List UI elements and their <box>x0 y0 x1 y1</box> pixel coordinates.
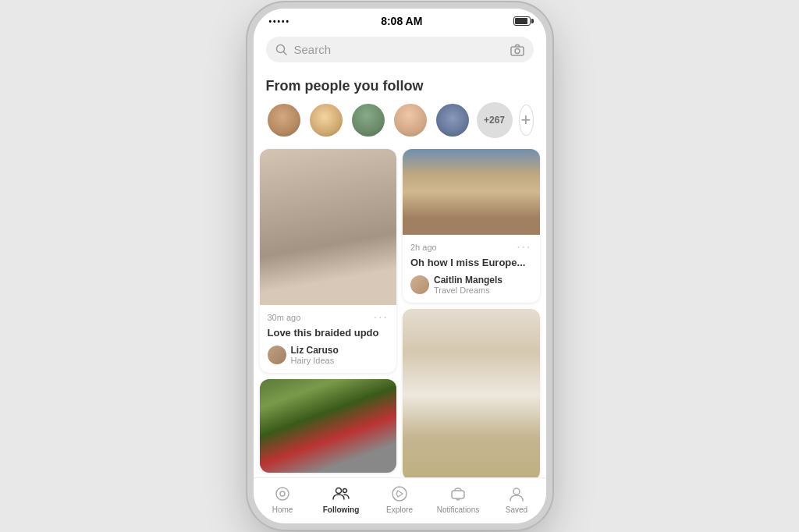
section-title: From people you follow <box>254 69 546 102</box>
author-info-caitlin: Caitlin Mangels Travel Dreams <box>434 275 502 295</box>
svg-point-7 <box>343 489 347 493</box>
author-avatar-liz <box>268 346 286 364</box>
svg-rect-10 <box>452 491 464 498</box>
pin-card-hair[interactable]: 30m ago ··· Love this braided updo Liz C… <box>260 149 397 373</box>
svg-line-1 <box>283 51 286 55</box>
home-icon <box>273 484 292 503</box>
phone-frame: ••••• 8:08 AM Search <box>254 9 546 523</box>
pin-image-food <box>260 379 397 473</box>
svg-point-3 <box>515 48 520 53</box>
nav-item-explore[interactable]: Explore <box>371 484 429 514</box>
pin-card-europe[interactable]: 2h ago ··· Oh how I miss Europe... Caitl… <box>403 149 540 303</box>
nav-label-saved: Saved <box>506 505 527 514</box>
pin-image-interior <box>403 309 540 477</box>
search-container: Search <box>254 30 546 69</box>
author-name-liz: Liz Caruso <box>291 345 339 356</box>
follower-avatar-3[interactable] <box>350 102 386 138</box>
add-followers-button[interactable]: + <box>519 105 534 136</box>
follower-avatar-1[interactable] <box>266 102 302 138</box>
svg-point-6 <box>336 488 342 494</box>
nav-label-notifications: Notifications <box>437 505 479 514</box>
nav-label-explore: Explore <box>386 505 413 514</box>
bottom-nav: Home Following Explore <box>254 477 546 523</box>
pin-title-hair: Love this braided updo <box>268 327 389 340</box>
pin-author-europe[interactable]: Caitlin Mangels Travel Dreams <box>410 275 532 295</box>
more-followers-badge[interactable]: +267 <box>477 102 513 138</box>
nav-label-home: Home <box>272 505 293 514</box>
svg-point-11 <box>513 488 520 495</box>
following-icon <box>332 484 350 503</box>
pin-card-interior[interactable] <box>403 309 540 477</box>
author-name-caitlin: Caitlin Mangels <box>434 275 502 286</box>
pin-image-hair <box>260 149 397 305</box>
nav-item-home[interactable]: Home <box>254 484 312 514</box>
explore-icon <box>390 484 409 503</box>
status-bar: ••••• 8:08 AM <box>254 9 546 30</box>
nav-label-following: Following <box>323 505 360 514</box>
svg-point-5 <box>280 491 285 496</box>
search-bar[interactable]: Search <box>266 37 534 62</box>
pin-author-hair[interactable]: Liz Caruso Hairy Ideas <box>268 345 389 365</box>
pin-meta-hair: 30m ago ··· Love this braided updo Liz C… <box>260 305 397 373</box>
camera-icon[interactable] <box>510 44 524 56</box>
battery-icon <box>513 16 531 26</box>
pin-image-europe <box>403 149 540 235</box>
pin-time-hair: 30m ago ··· <box>268 311 389 324</box>
pin-grid: 30m ago ··· Love this braided updo Liz C… <box>254 149 546 477</box>
author-board-caitlin: Travel Dreams <box>434 286 502 295</box>
svg-rect-2 <box>511 47 524 55</box>
pin-options-europe[interactable]: ··· <box>517 241 531 254</box>
status-time: 8:08 AM <box>381 15 422 27</box>
saved-icon <box>507 484 526 503</box>
plus-icon: + <box>521 112 531 129</box>
nav-item-saved[interactable]: Saved <box>488 484 546 514</box>
signal-dots: ••••• <box>269 17 291 26</box>
followers-row: +267 + <box>254 102 546 149</box>
author-board-liz: Hairy Ideas <box>291 356 339 365</box>
notifications-icon <box>449 484 467 503</box>
pin-options-hair[interactable]: ··· <box>374 311 389 324</box>
pin-title-europe: Oh how I miss Europe... <box>410 257 532 270</box>
pin-card-food[interactable] <box>260 379 397 473</box>
search-icon <box>275 44 288 56</box>
svg-point-8 <box>392 487 407 501</box>
follower-avatar-5[interactable] <box>435 102 471 138</box>
author-info-liz: Liz Caruso Hairy Ideas <box>291 345 339 365</box>
nav-item-notifications[interactable]: Notifications <box>429 484 488 514</box>
search-placeholder: Search <box>294 43 504 56</box>
nav-item-following[interactable]: Following <box>312 484 371 514</box>
pin-time-europe: 2h ago ··· <box>410 241 532 254</box>
svg-point-4 <box>276 488 289 500</box>
author-avatar-caitlin <box>410 275 429 294</box>
follower-avatar-4[interactable] <box>392 102 428 138</box>
svg-marker-9 <box>396 491 403 497</box>
main-content: From people you follow +267 + <box>254 69 546 477</box>
pin-meta-europe: 2h ago ··· Oh how I miss Europe... Caitl… <box>403 235 540 303</box>
follower-avatar-2[interactable] <box>308 102 344 138</box>
